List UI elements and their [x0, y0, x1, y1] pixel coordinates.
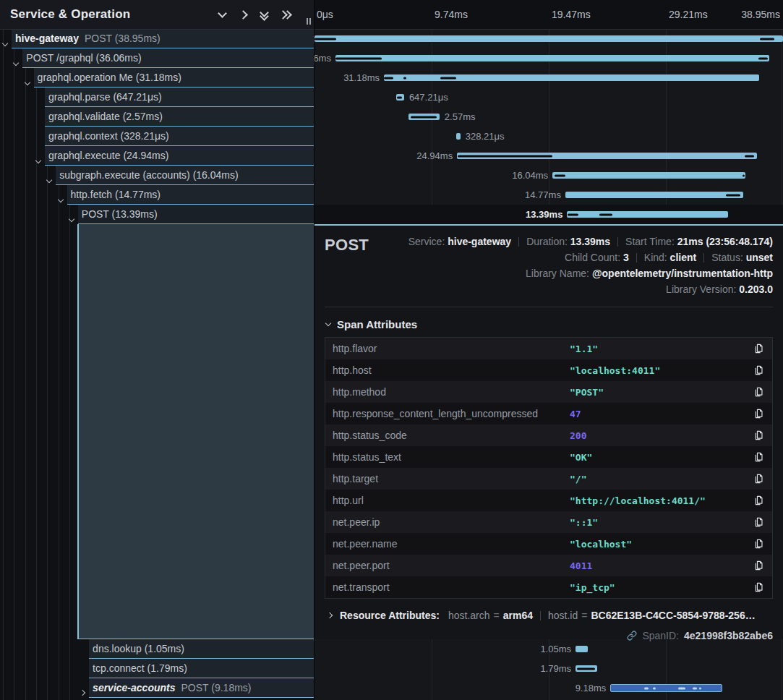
span-tree-row[interactable]: subgraph.execute (accounts) (16.04ms): [0, 166, 314, 185]
span-duration-bar[interactable]: [552, 172, 745, 179]
span-title: POST: [325, 234, 369, 255]
span-duration-bar[interactable]: [565, 192, 743, 198]
span-duration-bar[interactable]: [384, 74, 759, 81]
copy-value-button[interactable]: [753, 407, 765, 420]
attribute-value: "OK": [570, 452, 753, 463]
expand-one-icon[interactable]: [236, 7, 250, 22]
span-tree-row[interactable]: graphql.context (328.21μs): [0, 127, 314, 146]
span-tree-row[interactable]: graphql.execute (24.94ms): [0, 146, 314, 166]
copy-value-button[interactable]: [753, 516, 765, 529]
copy-icon: [754, 452, 763, 462]
span-bar-row[interactable]: 9.18ms: [315, 678, 783, 698]
span-bar-row[interactable]: 1.79ms: [315, 659, 783, 678]
copy-value-button[interactable]: [753, 364, 765, 377]
span-bar-row[interactable]: 328.21μs: [315, 127, 783, 146]
span-bar-row[interactable]: 13.39ms: [315, 205, 783, 224]
copy-value-button[interactable]: [753, 451, 765, 464]
span-duration-bar[interactable]: [456, 133, 460, 140]
span-bar-row[interactable]: 647.21μs: [315, 88, 783, 107]
span-attributes-table: http.flavor"1.1"http.host"localhost:4011…: [325, 337, 773, 599]
span-duration-bar[interactable]: [567, 211, 728, 218]
span-tree-row[interactable]: tcp.connect (1.79ms): [0, 659, 314, 678]
chevron-down-icon[interactable]: [14, 55, 18, 68]
attribute-key: http.status_text: [333, 451, 570, 463]
panel-resize-handle[interactable]: [307, 18, 311, 25]
span-id-row: SpanID: 4e21998f3b82abe6: [325, 630, 773, 641]
span-duration-bar[interactable]: [315, 35, 783, 42]
tree-toolbar: [215, 7, 292, 22]
span-bar-row[interactable]: 14.77ms: [315, 185, 783, 205]
chevron-right-icon[interactable]: [80, 685, 85, 698]
attribute-value: 4011: [570, 560, 753, 571]
span-duration-bar[interactable]: [396, 94, 404, 101]
span-tree-row[interactable]: dns.lookup (1.05ms): [0, 639, 314, 659]
span-bar-row[interactable]: 31.18ms: [315, 68, 783, 88]
separator: [636, 253, 637, 262]
span-bar-row[interactable]: [315, 29, 783, 48]
copy-value-button[interactable]: [753, 494, 765, 507]
span-tree-row[interactable]: graphql.validate (2.57ms): [0, 107, 314, 127]
link-icon[interactable]: [627, 631, 637, 641]
chevron-down-icon[interactable]: [59, 192, 63, 205]
separator: [617, 237, 618, 247]
attribute-value: "::1": [570, 517, 753, 528]
chevron-down-icon[interactable]: [3, 35, 7, 48]
copy-value-button[interactable]: [753, 581, 765, 594]
expand-all-icon[interactable]: [278, 7, 292, 22]
copy-value-button[interactable]: [753, 385, 765, 398]
chevron-down-icon[interactable]: [25, 74, 30, 88]
ruler-tick-label: 0μs: [317, 0, 333, 29]
span-tree-row-content: service-accountsPOST (9.18ms): [89, 678, 314, 698]
span-tree-row[interactable]: hive-gatewayPOST (38.95ms): [0, 29, 314, 48]
attribute-value: "1.1": [570, 343, 753, 354]
span-duration-bar[interactable]: [457, 153, 757, 159]
span-meta-line: Library Name: @opentelemetry/instrumenta…: [408, 265, 773, 281]
span-bar-row[interactable]: 24.94ms: [315, 146, 783, 166]
copy-value-button[interactable]: [753, 342, 765, 355]
span-duration-bar[interactable]: [335, 55, 769, 61]
equals-sign: =: [581, 610, 587, 621]
resource-attributes-row[interactable]: Resource Attributes: host.arch=arm64host…: [328, 610, 773, 621]
chevron-right-icon: [328, 612, 333, 618]
attribute-value: "localhost:4011": [570, 365, 753, 376]
span-tree-row[interactable]: http.fetch (14.77ms): [0, 185, 314, 205]
span-tree-row[interactable]: graphql.operation Me (31.18ms): [0, 68, 314, 88]
span-meta-line: Service: hive-gatewayDuration: 13.39msSt…: [408, 234, 773, 249]
collapse-all-icon[interactable]: [257, 7, 271, 22]
span-duration-bar[interactable]: [610, 684, 722, 692]
span-duration-bar[interactable]: [576, 665, 597, 672]
span-attributes-header[interactable]: Span Attributes: [326, 318, 773, 330]
span-tree-row-content: http.fetch (14.77ms): [67, 185, 315, 205]
chevron-down-icon[interactable]: [69, 211, 74, 224]
child-span-mark: [403, 77, 406, 79]
span-duration-bar[interactable]: [576, 646, 588, 652]
span-duration-bar[interactable]: [408, 114, 440, 120]
span-bar-row[interactable]: 36.06ms: [315, 48, 783, 68]
attribute-key: net.peer.name: [333, 538, 570, 550]
span-bar-row[interactable]: 2.57ms: [315, 107, 783, 127]
attribute-row: http.target"/": [325, 468, 772, 490]
span-tree-row[interactable]: service-accountsPOST (9.18ms): [0, 678, 314, 698]
collapse-one-icon[interactable]: [215, 7, 229, 22]
span-bar-row[interactable]: 1.05ms: [315, 639, 783, 659]
chevron-down-icon[interactable]: [47, 172, 51, 185]
span-tree-row[interactable]: POST /graphql (36.06ms): [0, 48, 314, 68]
child-span-mark: [384, 77, 393, 79]
child-span-mark: [743, 174, 745, 176]
copy-value-button[interactable]: [753, 537, 765, 550]
span-tree-row[interactable]: graphql.parse (647.21μs): [0, 88, 314, 107]
child-span-mark: [315, 38, 336, 40]
child-span-mark: [760, 38, 774, 40]
copy-value-button[interactable]: [753, 429, 765, 442]
meta-label: Status:: [711, 252, 745, 263]
operation-name: tcp.connect (1.79ms): [93, 662, 187, 674]
attribute-row: http.url"http://localhost:4011/": [325, 490, 772, 511]
copy-value-button[interactable]: [753, 559, 765, 572]
child-span-mark: [555, 174, 565, 176]
copy-icon: [754, 474, 763, 484]
child-span-mark: [699, 687, 701, 689]
copy-value-button[interactable]: [753, 472, 765, 485]
span-tree-row[interactable]: POST (13.39ms): [0, 205, 314, 224]
chevron-down-icon[interactable]: [36, 153, 40, 166]
span-bar-row[interactable]: 16.04ms: [315, 166, 783, 185]
